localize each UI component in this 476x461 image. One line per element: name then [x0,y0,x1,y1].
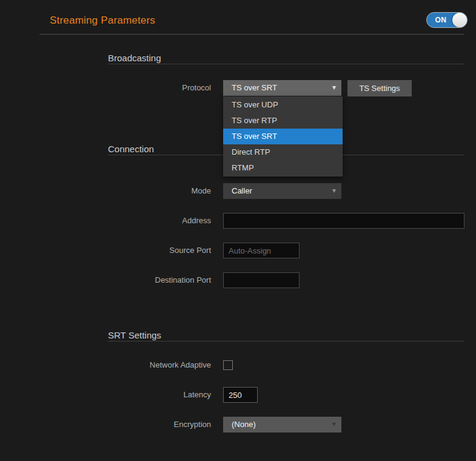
streaming-parameters-panel: Streaming Parameters ON Broadcasting Pro… [0,0,476,461]
chevron-down-icon: ▾ [332,80,336,95]
chevron-down-icon: ▾ [332,183,336,198]
section-divider-srt-settings [108,341,464,342]
protocol-option-ts-over-srt[interactable]: TS over SRT [223,129,343,144]
source-port-label: Source Port [169,243,211,258]
network-adaptive-label: Network Adaptive [150,357,211,373]
encryption-select[interactable]: (None) ▾ [223,417,341,432]
address-label: Address [182,213,211,229]
toggle-knob-icon [452,13,467,27]
encryption-label: Encryption [174,417,211,432]
toggle-on-label: ON [427,13,455,27]
title-divider [39,34,464,35]
network-adaptive-row: Network Adaptive [0,357,476,373]
destination-port-input[interactable] [223,272,300,288]
ts-settings-button[interactable]: TS Settings [347,80,412,96]
latency-row: Latency [0,387,476,403]
encryption-select-value: (None) [232,420,256,429]
mode-select[interactable]: Caller ▾ [223,183,341,199]
mode-label: Mode [191,183,211,199]
latency-label: Latency [183,387,211,403]
mode-select-value: Caller [232,186,252,195]
protocol-option-rtmp[interactable]: RTMP [223,160,343,176]
address-input[interactable] [223,213,464,229]
latency-input[interactable] [223,387,258,403]
protocol-option-ts-over-rtp[interactable]: TS over RTP [223,113,343,129]
page-title: Streaming Parameters [50,13,155,28]
source-port-input[interactable] [223,243,300,258]
protocol-dropdown-menu: TS over UDP TS over RTP TS over SRT Dire… [223,96,343,177]
source-port-row: Source Port [0,243,476,258]
protocol-label: Protocol [182,80,211,96]
protocol-select[interactable]: TS over SRT ▾ [223,80,341,96]
section-title-connection: Connection [108,143,154,156]
network-adaptive-checkbox[interactable] [223,360,233,370]
streaming-enabled-toggle[interactable]: ON [426,12,468,28]
mode-row: Mode Caller ▾ [0,183,476,199]
protocol-option-direct-rtp[interactable]: Direct RTP [223,144,343,160]
section-title-srt-settings: SRT Settings [108,329,161,342]
chevron-down-icon: ▾ [332,417,336,432]
address-row: Address [0,213,476,229]
destination-port-row: Destination Port [0,272,476,288]
protocol-option-ts-over-udp[interactable]: TS over UDP [223,97,343,113]
protocol-row: Protocol TS over SRT ▾ TS Settings [0,80,476,96]
encryption-row: Encryption (None) ▾ [0,417,476,432]
protocol-select-value: TS over SRT [232,83,277,92]
section-divider-broadcasting [108,64,464,64]
destination-port-label: Destination Port [155,272,212,288]
section-title-broadcasting: Broadcasting [108,52,161,65]
